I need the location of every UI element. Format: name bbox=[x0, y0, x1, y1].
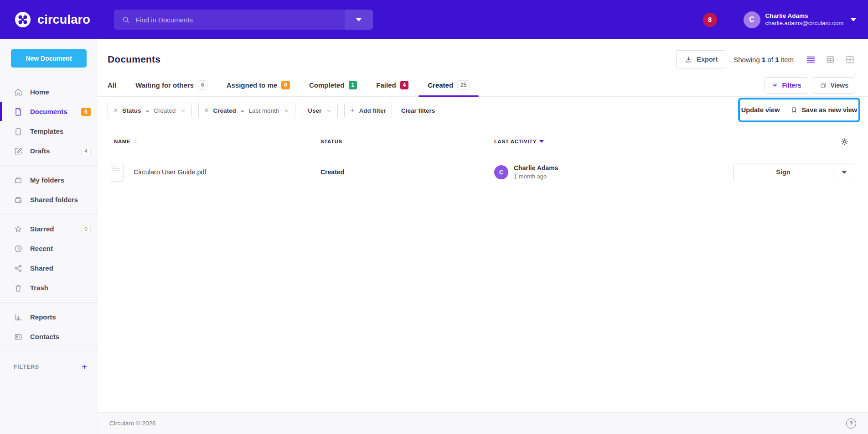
sign-button[interactable]: Sign bbox=[734, 163, 833, 181]
pdf-thumbnail-icon bbox=[110, 163, 124, 182]
chip-field: User bbox=[308, 107, 321, 114]
pencil-icon bbox=[14, 146, 23, 156]
column-header-status[interactable]: STATUS bbox=[320, 139, 494, 144]
chevron-down-icon bbox=[842, 171, 847, 174]
gear-icon[interactable] bbox=[840, 137, 849, 146]
document-name[interactable]: Circularo User Guide.pdf bbox=[134, 168, 207, 176]
tab-assigned-to-me[interactable]: Assigned to me 0 bbox=[227, 74, 290, 96]
column-header-last-activity[interactable]: LAST ACTIVITY bbox=[494, 139, 728, 144]
sidebar-item-documents[interactable]: Documents 5 bbox=[0, 102, 97, 121]
filters-button[interactable]: Filters bbox=[765, 77, 808, 94]
views-icon bbox=[820, 82, 827, 89]
save-as-new-view-button[interactable]: Save as new view bbox=[790, 106, 857, 114]
search-scope-dropdown[interactable] bbox=[345, 10, 373, 30]
shared-folder-icon bbox=[14, 195, 23, 204]
starred-count: 0 bbox=[81, 225, 91, 233]
chip-operator: = bbox=[146, 107, 150, 114]
bar-chart-icon bbox=[14, 313, 23, 322]
sidebar-item-drafts[interactable]: Drafts 4 bbox=[0, 141, 97, 161]
search-input[interactable] bbox=[136, 16, 345, 24]
tab-failed[interactable]: Failed 4 bbox=[376, 74, 408, 96]
star-icon bbox=[14, 225, 23, 234]
update-view-label: Update view bbox=[741, 106, 780, 114]
export-button[interactable]: Export bbox=[676, 50, 726, 68]
tab-all[interactable]: All bbox=[108, 74, 116, 96]
add-filter-button[interactable]: + Add filter bbox=[344, 103, 392, 118]
table-view-icon[interactable] bbox=[825, 54, 836, 65]
plus-icon: + bbox=[350, 106, 354, 115]
chip-operator: = bbox=[241, 107, 244, 114]
avatar: C bbox=[494, 165, 508, 179]
tab-count-badge: 0 bbox=[281, 81, 290, 89]
sidebar-item-starred[interactable]: Starred 0 bbox=[0, 219, 97, 239]
sidebar-item-templates[interactable]: Templates bbox=[0, 121, 97, 141]
clock-icon bbox=[14, 244, 23, 253]
clear-filters-button[interactable]: Clear filters bbox=[401, 107, 435, 114]
chevron-down-icon[interactable] bbox=[180, 108, 186, 114]
notifications-badge[interactable]: 8 bbox=[703, 13, 717, 27]
close-icon[interactable]: × bbox=[114, 107, 118, 114]
user-menu[interactable]: C Charlie Adams charlie.adams@circularo.… bbox=[744, 11, 856, 28]
sidebar-item-shared[interactable]: Shared bbox=[0, 258, 97, 278]
tab-created[interactable]: Created 25 bbox=[428, 74, 470, 96]
sidebar-item-home[interactable]: Home bbox=[0, 82, 97, 102]
chevron-down-icon bbox=[356, 18, 362, 21]
tab-label: All bbox=[108, 81, 116, 89]
new-document-button[interactable]: New Document bbox=[11, 49, 87, 68]
sidebar-item-label: Documents bbox=[30, 108, 67, 115]
sign-split-button: Sign bbox=[733, 163, 855, 181]
chip-field: Created bbox=[213, 107, 236, 114]
sidebar-item-label: Shared bbox=[30, 264, 53, 272]
sort-icon[interactable] bbox=[133, 139, 139, 144]
sidebar-item-reports[interactable]: Reports bbox=[0, 307, 97, 327]
sidebar-item-shared-folders[interactable]: Shared folders bbox=[0, 190, 97, 209]
sign-dropdown-toggle[interactable] bbox=[833, 163, 855, 181]
sidebar-item-label: Starred bbox=[30, 225, 54, 233]
table-header: NAME STATUS LAST ACTIVITY bbox=[98, 124, 868, 159]
close-icon[interactable]: × bbox=[204, 107, 208, 114]
global-search[interactable] bbox=[114, 10, 373, 30]
chevron-down-icon[interactable] bbox=[284, 108, 289, 114]
filter-chip-status[interactable]: × Status = Created bbox=[108, 103, 192, 118]
sidebar-item-recent[interactable]: Recent bbox=[0, 239, 97, 258]
tab-count-badge: 6 bbox=[198, 80, 207, 89]
sidebar-item-label: Home bbox=[30, 88, 49, 96]
tab-count-badge: 4 bbox=[400, 81, 409, 89]
circularo-logo[interactable]: circularo bbox=[14, 10, 90, 29]
sidebar-item-label: Contacts bbox=[30, 333, 59, 340]
tab-count-badge: 1 bbox=[349, 81, 357, 89]
chevron-down-icon[interactable] bbox=[326, 108, 332, 114]
help-icon[interactable]: ? bbox=[846, 418, 856, 429]
topbar: circularo 8 C Charlie Adams charlie.adam… bbox=[0, 0, 868, 39]
sidebar-divider bbox=[0, 302, 97, 303]
filter-icon bbox=[771, 82, 779, 89]
add-filter-plus-icon[interactable]: + bbox=[82, 362, 87, 371]
copyright-text: Circularo © 2026 bbox=[109, 420, 156, 427]
filter-chip-user[interactable]: User bbox=[302, 103, 338, 118]
grid-view-icon[interactable] bbox=[845, 54, 855, 65]
sidebar-item-label: Shared folders bbox=[30, 196, 78, 204]
tab-waiting-for-others[interactable]: Waiting for others 6 bbox=[135, 74, 207, 96]
column-header-name[interactable]: NAME bbox=[108, 139, 320, 144]
tab-label: Completed bbox=[309, 81, 345, 89]
sidebar-item-contacts[interactable]: Contacts bbox=[0, 327, 97, 346]
footer: Circularo © 2026 ? bbox=[98, 412, 868, 434]
brand-name: circularo bbox=[37, 13, 90, 27]
tab-bar: All Waiting for others 6 Assigned to me … bbox=[98, 74, 868, 97]
sidebar-item-trash[interactable]: Trash bbox=[0, 278, 97, 298]
sidebar-item-label: Reports bbox=[30, 313, 56, 321]
clipboard-icon bbox=[14, 127, 23, 136]
sidebar-item-my-folders[interactable]: My folders bbox=[0, 170, 97, 190]
filter-chip-created[interactable]: × Created = Last month bbox=[198, 103, 295, 118]
views-button[interactable]: Views bbox=[813, 77, 855, 94]
sidebar-nav: Home Documents 5 Templates bbox=[0, 82, 97, 371]
save-as-new-view-label: Save as new view bbox=[801, 106, 857, 114]
list-view-icon[interactable] bbox=[806, 54, 816, 65]
tab-completed[interactable]: Completed 1 bbox=[309, 74, 357, 96]
sidebar-item-label: Drafts bbox=[30, 147, 50, 155]
table-row[interactable]: Circularo User Guide.pdf Created C Charl… bbox=[98, 159, 868, 185]
drafts-count: 4 bbox=[81, 147, 91, 155]
update-view-button[interactable]: Update view bbox=[741, 106, 780, 114]
home-icon bbox=[14, 88, 23, 97]
export-label: Export bbox=[697, 56, 718, 63]
